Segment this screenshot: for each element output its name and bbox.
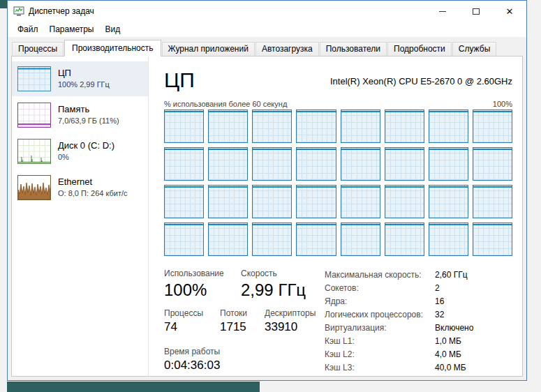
menu-view[interactable]: Вид bbox=[99, 22, 126, 36]
close-button[interactable]: ✕ bbox=[493, 1, 526, 22]
threads-label: Потоки bbox=[220, 308, 265, 318]
detail-value-sockets: 2 bbox=[435, 283, 512, 293]
sidebar-memory-subtitle: 7,0/63,9 ГБ (11%) bbox=[58, 116, 119, 126]
cpu-core-graph bbox=[429, 223, 468, 256]
cpu-core-graph bbox=[252, 110, 292, 143]
maximize-button[interactable] bbox=[459, 1, 493, 22]
cpu-stats: Использование 100% Скорость 2,99 ГГц Про… bbox=[164, 269, 512, 372]
handles-value: 33910 bbox=[265, 320, 325, 334]
detail-value-l3-cache: 40,0 МБ bbox=[435, 363, 512, 372]
cpu-core-graph bbox=[429, 147, 468, 181]
cpu-core-graph bbox=[385, 185, 424, 218]
sidebar-item-text: Память 7,0/63,9 ГБ (11%) bbox=[58, 104, 119, 126]
titlebar[interactable]: Диспетчер задач ✕ bbox=[8, 1, 526, 22]
sidebar-item-memory[interactable]: Память 7,0/63,9 ГБ (11%) bbox=[12, 98, 148, 133]
maximize-icon bbox=[473, 8, 480, 15]
cpu-core-graph bbox=[164, 147, 204, 181]
tab-users[interactable]: Пользователи bbox=[320, 42, 387, 56]
processes-value: 74 bbox=[164, 320, 220, 334]
detail-label-max-speed: Максимальная скорость: bbox=[325, 270, 435, 280]
cpu-core-graph bbox=[164, 223, 204, 256]
cpu-core-graph bbox=[208, 110, 248, 143]
detail-label-l2-cache: Кэш L2: bbox=[325, 349, 435, 359]
tab-app-history[interactable]: Журнал приложений bbox=[162, 42, 255, 56]
menubar: Файл Параметры Вид bbox=[8, 22, 526, 37]
sidebar-disk-title: Диск 0 (C: D:) bbox=[58, 140, 114, 151]
cpu-core-graph bbox=[429, 110, 468, 143]
memory-mini-graph bbox=[17, 103, 51, 128]
handles-label: Дескрипторы bbox=[265, 308, 325, 318]
cpu-core-graph bbox=[208, 185, 248, 218]
cpu-core-graph bbox=[473, 185, 512, 218]
detail-label-l1-cache: Кэш L1: bbox=[325, 336, 435, 346]
cpu-stats-left: Использование 100% Скорость 2,99 ГГц Про… bbox=[164, 269, 325, 372]
detail-label-l3-cache: Кэш L3: bbox=[325, 363, 435, 372]
cpu-core-graph bbox=[473, 147, 512, 181]
tab-services[interactable]: Службы bbox=[452, 42, 496, 56]
task-manager-window: Диспетчер задач ✕ Файл Параметры Вид Про… bbox=[7, 0, 527, 381]
sidebar-memory-title: Память bbox=[58, 104, 119, 114]
cpu-core-graph bbox=[296, 147, 336, 181]
cpu-core-graph bbox=[208, 223, 248, 256]
perf-sidebar: ЦП 100% 2,99 ГГц bbox=[12, 56, 149, 376]
detail-label-cores: Ядра: bbox=[325, 296, 435, 306]
detail-label-sockets: Сокетов: bbox=[325, 283, 435, 293]
core-grid bbox=[164, 110, 512, 256]
minimize-button[interactable] bbox=[426, 1, 459, 22]
cpu-core-graph bbox=[473, 110, 512, 143]
sidebar-item-disk[interactable]: Диск 0 (C: D:) 0% bbox=[12, 134, 148, 169]
usage-label: Использование bbox=[164, 269, 241, 278]
cpu-core-graph bbox=[252, 147, 292, 181]
tab-area: Процессы Производительность Журнал прило… bbox=[8, 37, 526, 377]
cpu-details: Максимальная скорость: 2,60 ГГц Сокетов:… bbox=[325, 269, 512, 372]
threads-value: 1715 bbox=[220, 320, 265, 334]
sidebar-cpu-title: ЦП bbox=[58, 68, 110, 78]
cpu-core-graph bbox=[385, 110, 424, 143]
tab-performance[interactable]: Производительность bbox=[64, 40, 161, 56]
cpu-core-graph bbox=[164, 185, 204, 218]
taskbar-strip bbox=[7, 382, 260, 392]
detail-value-l2-cache: 4,0 МБ bbox=[435, 349, 512, 359]
sidebar-item-ethernet[interactable]: Ethernet О: 8,0 П: 264 кбит/с bbox=[12, 170, 148, 205]
speed-value: 2,99 ГГц bbox=[241, 280, 325, 300]
menu-options[interactable]: Параметры bbox=[44, 22, 100, 36]
sidebar-item-cpu[interactable]: ЦП 100% 2,99 ГГц bbox=[12, 61, 148, 96]
cpu-core-graph bbox=[341, 110, 380, 143]
cpu-panel: ЦП Intel(R) Xeon(R) CPU E5-2670 0 @ 2.60… bbox=[149, 56, 522, 376]
cpu-core-graph bbox=[473, 223, 512, 256]
detail-label-virtualization: Виртуализация: bbox=[325, 323, 435, 333]
cpu-core-graph bbox=[341, 185, 380, 218]
detail-value-max-speed: 2,60 ГГц bbox=[435, 270, 512, 280]
close-icon: ✕ bbox=[506, 7, 514, 16]
cpu-mini-graph bbox=[17, 66, 51, 91]
tab-details[interactable]: Подробности bbox=[387, 42, 452, 56]
cpu-core-graph bbox=[296, 110, 336, 143]
detail-value-cores: 16 bbox=[435, 296, 512, 306]
window-controls: ✕ bbox=[426, 1, 526, 22]
cpu-core-graph bbox=[208, 147, 248, 181]
processes-label: Процессы bbox=[164, 308, 220, 318]
panel-title: ЦП bbox=[164, 69, 195, 91]
sidebar-ethernet-subtitle: О: 8,0 П: 264 кбит/с bbox=[58, 189, 128, 199]
tab-processes[interactable]: Процессы bbox=[12, 42, 64, 56]
sidebar-item-text: Ethernet О: 8,0 П: 264 кбит/с bbox=[58, 176, 128, 199]
graph-caption: % использования более 60 секунд bbox=[164, 100, 287, 108]
cpu-core-graph bbox=[429, 185, 468, 218]
cpu-core-graph bbox=[341, 147, 380, 181]
detail-value-l1-cache: 1,0 МБ bbox=[435, 336, 512, 346]
disk-mini-graph bbox=[17, 139, 51, 164]
uptime-value: 0:04:36:03 bbox=[164, 359, 325, 372]
detail-value-logical-processors: 32 bbox=[435, 310, 512, 319]
tab-startup[interactable]: Автозагрузка bbox=[255, 42, 319, 56]
sidebar-ethernet-title: Ethernet bbox=[58, 176, 128, 187]
cpu-core-graph bbox=[296, 185, 336, 218]
cpu-core-graph bbox=[164, 110, 204, 143]
menu-file[interactable]: Файл bbox=[12, 22, 44, 36]
detail-value-virtualization: Включено bbox=[435, 323, 512, 333]
tab-strip: Процессы Производительность Журнал прило… bbox=[11, 39, 523, 56]
sidebar-item-text: ЦП 100% 2,99 ГГц bbox=[58, 68, 110, 90]
cpu-model: Intel(R) Xeon(R) CPU E5-2670 0 @ 2.60GHz bbox=[330, 76, 512, 86]
cpu-core-graph bbox=[296, 223, 336, 256]
usage-value: 100% bbox=[164, 280, 241, 300]
cpu-core-graph bbox=[252, 223, 292, 256]
